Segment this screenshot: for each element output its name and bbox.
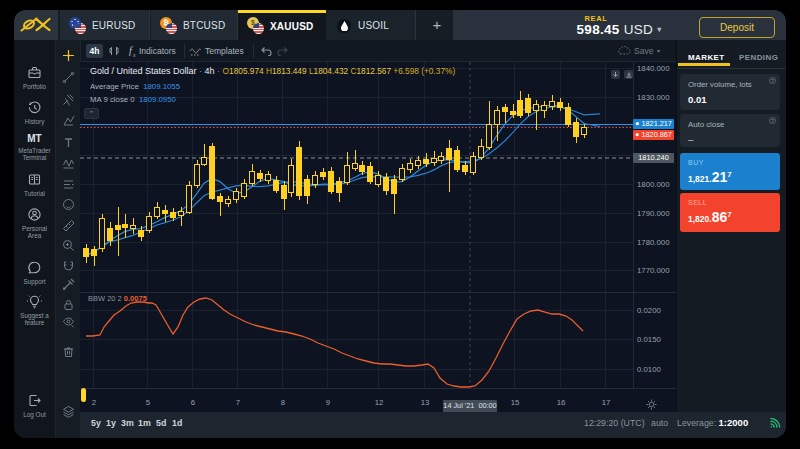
svg-text:BBW 20 2 0.0075: BBW 20 2 0.0075 bbox=[88, 294, 147, 303]
